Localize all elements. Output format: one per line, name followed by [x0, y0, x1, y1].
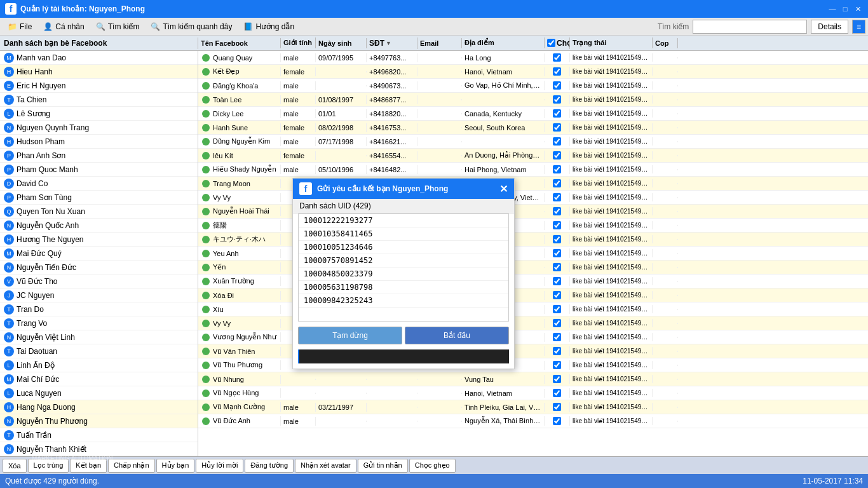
- sidebar-item[interactable]: M Manh van Dao: [0, 51, 198, 65]
- sidebar-item[interactable]: T Tai Daotuan: [0, 344, 198, 358]
- row-checkbox[interactable]: [553, 389, 561, 397]
- sidebar-item[interactable]: H Hudson Pham: [0, 135, 198, 149]
- toolbar-button-hủy-bạn[interactable]: Hủy bạn: [156, 459, 195, 473]
- row-checkbox[interactable]: [553, 347, 561, 355]
- menu-huongdan[interactable]: 📘 Hướng dẫn: [238, 20, 299, 33]
- toolbar-button-chấp-nhận[interactable]: Chấp nhận: [108, 459, 155, 473]
- table-row[interactable]: Kết Đẹp female +8496820... Hanoi, Vietna…: [198, 65, 868, 79]
- cell-checkbox[interactable]: [545, 207, 570, 216]
- row-checkbox[interactable]: [553, 109, 561, 118]
- table-row[interactable]: Vũ Mạnh Cường male 03/21/1997 Tinh Pleik…: [198, 400, 868, 414]
- row-checkbox[interactable]: [553, 277, 561, 285]
- sidebar-item[interactable]: M Mai Chí Đức: [0, 372, 198, 386]
- row-checkbox[interactable]: [553, 207, 561, 215]
- table-row[interactable]: Dicky Lee male 01/01 +8418820... Canada,…: [198, 107, 868, 121]
- cell-checkbox[interactable]: [545, 402, 570, 412]
- cell-checkbox[interactable]: [545, 304, 570, 314]
- sidebar-item[interactable]: N Nguyễn Tiến Đức: [0, 261, 198, 274]
- sidebar-item[interactable]: T Ta Chien: [0, 93, 198, 107]
- cell-checkbox[interactable]: [545, 262, 570, 272]
- row-checkbox[interactable]: [553, 179, 561, 187]
- row-checkbox[interactable]: [553, 221, 561, 229]
- toolbar-button-hủy-lời-mời[interactable]: Hủy lời mời: [196, 459, 243, 473]
- toolbar-button-xóa[interactable]: Xóa: [3, 459, 27, 473]
- sidebar-item[interactable]: T Tran Do: [0, 302, 198, 316]
- sidebar-item[interactable]: N Nguyễn Việt Linh: [0, 330, 198, 344]
- uid-item[interactable]: 100010051234646: [299, 241, 508, 254]
- cell-checkbox[interactable]: [545, 248, 570, 258]
- sidebar-item[interactable]: T Tuấn Trần: [0, 428, 198, 442]
- uid-item[interactable]: 100012222193277: [299, 214, 508, 227]
- details-button[interactable]: Details: [811, 20, 848, 34]
- uid-item[interactable]: 100010358411465: [299, 227, 508, 241]
- row-checkbox[interactable]: [553, 319, 561, 327]
- row-checkbox[interactable]: [553, 165, 561, 173]
- toolbar-button-lọc-trùng[interactable]: Lọc trùng: [28, 459, 69, 473]
- search-input[interactable]: [693, 20, 807, 34]
- table-row[interactable]: Vũ Nhung Vung Tau like bài viết 19410215…: [198, 372, 868, 386]
- row-checkbox[interactable]: [553, 403, 561, 411]
- modal-pause-button[interactable]: Tạm dừng: [298, 327, 402, 344]
- sidebar[interactable]: M Manh van Dao H Hieu Hanh E Eric H Nguy…: [0, 51, 198, 456]
- row-checkbox[interactable]: [553, 249, 561, 257]
- sidebar-item[interactable]: L Lê Sương: [0, 107, 198, 121]
- toolbar-button-nhận-xét-avatar[interactable]: Nhận xét avatar: [295, 459, 356, 473]
- hamburger-button[interactable]: ≡: [852, 20, 865, 34]
- table-row[interactable]: Vũ Đức Anh male Nguyễn Xá, Thái Bình, Vi…: [198, 414, 868, 428]
- table-row[interactable]: Hiếu Shady Nguyễn male 05/10/1996 +84164…: [198, 163, 868, 177]
- row-checkbox[interactable]: [553, 305, 561, 313]
- sidebar-item[interactable]: E Eric H Nguyen: [0, 79, 198, 93]
- cell-checkbox[interactable]: [545, 179, 570, 188]
- select-all-checkbox[interactable]: [547, 39, 555, 47]
- modal-uid-list[interactable]: 1000122221932771000103584114651000100512…: [298, 214, 509, 322]
- sidebar-item[interactable]: Q Quyen Ton Nu Xuan: [0, 205, 198, 219]
- toolbar-button-gửi-tin-nhắn[interactable]: Gửi tin nhắn: [358, 459, 408, 473]
- row-checkbox[interactable]: [553, 417, 561, 425]
- table-row[interactable]: Hanh Sune female 08/02/1998 +8416753... …: [198, 121, 868, 135]
- cell-checkbox[interactable]: [545, 360, 570, 370]
- cell-checkbox[interactable]: [545, 165, 570, 174]
- uid-item[interactable]: 100009842325243: [299, 294, 508, 308]
- row-checkbox[interactable]: [553, 67, 561, 76]
- row-checkbox[interactable]: [553, 151, 561, 159]
- sidebar-item[interactable]: H Hương The Nguyen: [0, 233, 198, 247]
- row-checkbox[interactable]: [553, 95, 561, 104]
- table-row[interactable]: Dũng Nguyễn Kim male 07/17/1998 +8416621…: [198, 135, 868, 149]
- row-checkbox[interactable]: [553, 81, 561, 90]
- table-row[interactable]: Đăng'g Khoa'a male +8490673... Go Vap, H…: [198, 79, 868, 93]
- table-row[interactable]: Quang Quay male 09/07/1995 +8497763... H…: [198, 51, 868, 65]
- sidebar-item[interactable]: N Nguyễn Thu Phương: [0, 414, 198, 428]
- row-checkbox[interactable]: [553, 193, 561, 201]
- cell-checkbox[interactable]: [545, 193, 570, 202]
- cell-checkbox[interactable]: [545, 81, 570, 90]
- cell-checkbox[interactable]: [545, 234, 570, 244]
- row-checkbox[interactable]: [553, 333, 561, 341]
- row-checkbox[interactable]: [553, 375, 561, 383]
- menu-canhan[interactable]: 👤 Cá nhân: [38, 20, 89, 33]
- cell-checkbox[interactable]: [545, 346, 570, 356]
- row-checkbox[interactable]: [553, 53, 561, 62]
- modal-start-button[interactable]: Bắt đầu: [405, 327, 509, 344]
- menu-timkiem-quanhdây[interactable]: 🔍 Tìm kiếm quanh đây: [146, 20, 237, 33]
- toolbar-button-kết-bạn[interactable]: Kết bạn: [70, 459, 107, 473]
- row-checkbox[interactable]: [553, 235, 561, 243]
- cell-checkbox[interactable]: [545, 109, 570, 118]
- sidebar-item[interactable]: T Trang Vo: [0, 316, 198, 330]
- sidebar-item[interactable]: P Pham Quoc Manh: [0, 163, 198, 177]
- sidebar-item[interactable]: P Pham Sơn Tùng: [0, 191, 198, 205]
- cell-checkbox[interactable]: [545, 290, 570, 300]
- cell-checkbox[interactable]: [545, 220, 570, 230]
- sidebar-item[interactable]: J JC Nguyen: [0, 288, 198, 302]
- uid-item[interactable]: 100005631198798: [299, 281, 508, 294]
- modal-close-button[interactable]: ✕: [499, 183, 508, 195]
- maximize-button[interactable]: □: [840, 4, 850, 14]
- sidebar-item[interactable]: N Nguyễn Quốc Anh: [0, 219, 198, 233]
- table-row[interactable]: Vũ Ngọc Hùng Hanoi, Vietnam like bài viế…: [198, 386, 868, 400]
- cell-checkbox[interactable]: [545, 95, 570, 104]
- menu-file[interactable]: 📁 File: [3, 20, 37, 33]
- sidebar-item[interactable]: V Vũ Đức Tho: [0, 274, 198, 288]
- cell-checkbox[interactable]: [545, 53, 570, 62]
- cell-checkbox[interactable]: [545, 276, 570, 286]
- sidebar-item[interactable]: H Hieu Hanh: [0, 65, 198, 79]
- toolbar-button-đăng-tường[interactable]: Đăng tường: [245, 459, 294, 473]
